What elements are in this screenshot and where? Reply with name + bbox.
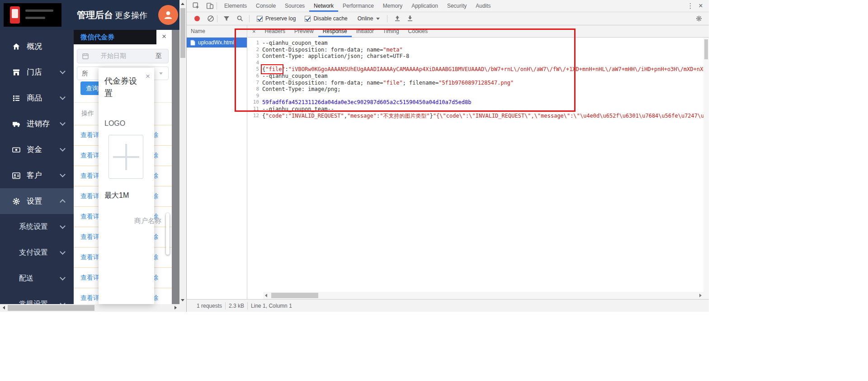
sidebar-item-label: 资金	[27, 144, 42, 155]
sidebar-subitem-label: 配送	[19, 274, 33, 283]
line-number: 1	[248, 40, 262, 47]
modal-overlay	[172, 30, 179, 304]
start-date-placeholder: 开始日期	[101, 52, 126, 60]
devtools-tab-sources[interactable]: Sources	[280, 0, 309, 12]
avatar[interactable]	[158, 5, 178, 25]
request-detail-pane: × HeadersPreviewResponseInitiatorTimingC…	[248, 25, 709, 299]
devtools-tab-console[interactable]: Console	[251, 0, 280, 12]
code-vertical-scrollbar[interactable]	[703, 38, 709, 299]
logo-decoration	[25, 17, 45, 19]
detail-tab-preview[interactable]: Preview	[290, 25, 318, 37]
scroll-right-arrow[interactable]	[699, 294, 702, 297]
disable-cache-checkbox[interactable]	[305, 16, 311, 22]
chevron-up-icon	[60, 199, 66, 205]
logo-field-label: LOGO	[104, 119, 125, 128]
request-list-pane: Name uploadWx.html	[187, 25, 247, 299]
status-filter-value: 所	[82, 70, 88, 77]
sidebar-subitem[interactable]: 系统设置	[0, 214, 74, 240]
more-actions-menu[interactable]: 更多操作	[115, 10, 147, 21]
close-devtools-icon[interactable]: ×	[695, 2, 706, 10]
scrollbar-thumb[interactable]	[704, 39, 708, 59]
more-options-icon[interactable]: ⋮	[685, 2, 695, 10]
app-logo	[4, 3, 61, 27]
close-detail-icon[interactable]: ×	[248, 28, 260, 35]
devtools-tab-elements[interactable]: Elements	[220, 0, 251, 12]
request-name: uploadWx.html	[198, 39, 234, 46]
detail-tab-timing[interactable]: Timing	[378, 25, 404, 37]
clear-icon[interactable]	[207, 15, 214, 22]
detail-tab-cookies[interactable]: Cookies	[404, 25, 432, 37]
line-number: 3	[248, 53, 262, 60]
import-har-icon[interactable]	[394, 15, 401, 22]
request-count: 1 requests	[197, 303, 222, 309]
phone-logo-icon	[10, 6, 20, 24]
separator	[387, 15, 387, 22]
date-range-input[interactable]: 开始日期 至	[77, 49, 169, 63]
code-text: Content-Disposition: form-data; name="fi…	[262, 80, 514, 86]
name-column-header[interactable]: Name	[187, 25, 247, 38]
transfer-size: 2.3 kB	[229, 303, 244, 309]
sidebar: 概况门店商品进销存资金客户设置系统设置支付设置配送常规设置	[0, 30, 74, 304]
sidebar-item-label: 概况	[27, 41, 42, 52]
page-horizontal-scrollbar[interactable]	[0, 304, 179, 312]
detail-tab-headers[interactable]: Headers	[260, 25, 290, 37]
devtools-tab-network[interactable]: Network	[309, 0, 338, 12]
devtools-tab-application[interactable]: Application	[407, 0, 443, 12]
request-row[interactable]: uploadWx.html	[187, 38, 247, 48]
devtools-tab-audits[interactable]: Audits	[471, 0, 495, 12]
device-toolbar-icon[interactable]	[206, 2, 214, 10]
preserve-log-label: Preserve log	[265, 15, 296, 22]
drawer-close-icon[interactable]: ×	[156, 30, 172, 44]
scrollbar-thumb[interactable]	[271, 293, 318, 298]
record-button[interactable]	[194, 16, 200, 21]
scroll-right-arrow[interactable]	[175, 306, 177, 310]
response-body-viewer[interactable]: 1--qianhu_coupon_team2Content-Dispositio…	[248, 38, 703, 291]
devtools-tab-memory[interactable]: Memory	[378, 0, 407, 12]
page-vertical-scrollbar[interactable]	[179, 0, 186, 304]
scroll-left-arrow[interactable]	[265, 294, 267, 297]
plus-icon	[125, 144, 127, 170]
code-line: 8Content-Type: image/png;	[248, 86, 703, 93]
search-icon[interactable]	[236, 15, 244, 22]
code-text: Content-Disposition: form-data; name="me…	[262, 47, 403, 53]
sidebar-item[interactable]: 进销存	[0, 111, 74, 137]
sidebar-subitem[interactable]: 支付设置	[0, 240, 74, 266]
scroll-down-arrow[interactable]	[181, 299, 184, 301]
gear-icon	[12, 197, 21, 206]
settings-gear-icon[interactable]	[695, 15, 703, 22]
code-horizontal-scrollbar[interactable]	[263, 292, 703, 299]
operation-column-header: 操作	[81, 110, 94, 118]
devtools-tab-security[interactable]: Security	[443, 0, 471, 12]
sidebar-item[interactable]: 门店	[0, 59, 74, 85]
scrollbar-corner	[179, 304, 186, 312]
detail-tab-response[interactable]: Response	[318, 25, 352, 37]
filter-icon[interactable]	[223, 15, 230, 22]
cursor-position: Line 1, Column 1	[251, 303, 292, 309]
inspect-icon[interactable]	[192, 2, 200, 10]
modal-close-icon[interactable]: ×	[146, 72, 150, 80]
sidebar-item[interactable]: 商品	[0, 85, 74, 111]
devtools-tab-performance[interactable]: Performance	[338, 0, 378, 12]
sidebar-subitem[interactable]: 配送	[0, 266, 74, 291]
scrollbar-thumb[interactable]	[8, 305, 94, 311]
chevron-down-icon	[60, 68, 66, 74]
preserve-log-checkbox[interactable]	[257, 16, 263, 22]
code-text: 59fadf6fa452131126da04da0e3ec902987d605a…	[262, 99, 471, 106]
export-har-icon[interactable]	[406, 15, 414, 22]
sidebar-item[interactable]: 概况	[0, 33, 74, 59]
sidebar-item[interactable]: 资金	[0, 137, 74, 162]
scroll-left-arrow[interactable]	[3, 306, 5, 310]
detail-tab-initiator[interactable]: Initiator	[352, 25, 378, 37]
scrollbar-thumb[interactable]	[180, 8, 185, 58]
sidebar-item[interactable]: 客户	[0, 162, 74, 188]
document-icon	[190, 40, 195, 46]
code-text: --qianhu_coupon_team	[262, 73, 328, 80]
separator	[247, 302, 248, 310]
logo-upload-box[interactable]	[108, 135, 143, 179]
scroll-up-arrow[interactable]	[181, 3, 184, 5]
throttling-select[interactable]: Online	[358, 15, 380, 22]
sidebar-subitem[interactable]: 常规设置	[0, 291, 74, 304]
drawer-scrollbar-thumb[interactable]	[166, 213, 170, 255]
sidebar-item[interactable]: 设置	[0, 188, 74, 214]
code-line: 2Content-Disposition: form-data; name="m…	[248, 47, 703, 53]
